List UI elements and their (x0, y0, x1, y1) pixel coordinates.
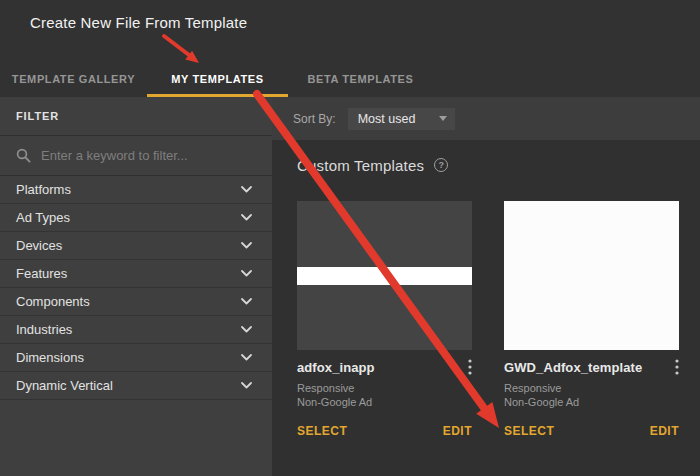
section-header: Custom Templates ? (297, 153, 700, 177)
template-type: Responsive (504, 381, 679, 395)
search-icon (16, 148, 31, 163)
sidebar-item-label: Industries (16, 322, 72, 337)
select-button[interactable]: SELECT (297, 422, 347, 440)
sidebar-item-label: Features (16, 266, 67, 281)
chevron-down-icon (241, 354, 252, 361)
sidebar-item-label: Dynamic Vertical (16, 378, 113, 393)
select-button[interactable]: SELECT (504, 422, 554, 440)
sidebar-item-industries[interactable]: Industries (0, 316, 272, 344)
create-file-dialog: Create New File From Template TEMPLATE G… (0, 0, 700, 476)
thumbnail-stripe (297, 267, 472, 285)
filter-label: FILTER (16, 110, 59, 122)
keyword-filter-input[interactable] (41, 148, 272, 163)
card-title-row: GWD_Adfox_template (504, 359, 679, 375)
sidebar-item-label: Devices (16, 238, 62, 253)
chevron-down-icon (241, 382, 252, 389)
template-name: adfox_inapp (297, 360, 375, 375)
template-card-adfox-inapp: adfox_inapp Responsive Non-Google Ad SEL… (297, 201, 472, 440)
filter-search-row (0, 136, 272, 176)
sidebar-item-label: Platforms (16, 182, 71, 197)
section-title: Custom Templates (297, 157, 424, 174)
sidebar-item-components[interactable]: Components (0, 288, 272, 316)
template-card-gwd-adfox-template: GWD_Adfox_template Responsive Non-Google… (504, 201, 679, 440)
edit-button[interactable]: EDIT (650, 422, 679, 440)
filter-sidebar: FILTER Platforms Ad Types Devices Featur… (0, 97, 272, 476)
template-type: Responsive (297, 381, 472, 395)
chevron-down-icon (241, 326, 252, 333)
dialog-title: Create New File From Template (30, 14, 247, 31)
tab-beta-templates[interactable]: BETA TEMPLATES (288, 63, 433, 97)
card-actions: SELECT EDIT (504, 422, 679, 440)
kebab-menu-icon[interactable] (468, 359, 472, 375)
chevron-down-icon (241, 298, 252, 305)
template-card-list: adfox_inapp Responsive Non-Google Ad SEL… (297, 201, 700, 440)
tab-label: MY TEMPLATES (171, 73, 263, 85)
template-thumbnail[interactable] (297, 201, 472, 350)
chevron-down-icon (241, 186, 252, 193)
sort-by-label: Sort By: (293, 112, 336, 126)
template-meta: Responsive Non-Google Ad (297, 381, 472, 409)
sidebar-item-platforms[interactable]: Platforms (0, 176, 272, 204)
card-actions: SELECT EDIT (297, 422, 472, 440)
help-icon[interactable]: ? (434, 158, 448, 172)
sidebar-item-label: Dimensions (16, 350, 84, 365)
filter-header: FILTER (0, 97, 272, 136)
sidebar-item-label: Components (16, 294, 90, 309)
templates-content: Custom Templates ? adfox_inapp (272, 140, 700, 440)
card-title-row: adfox_inapp (297, 359, 472, 375)
chevron-down-icon (241, 242, 252, 249)
sidebar-item-ad-types[interactable]: Ad Types (0, 204, 272, 232)
template-name: GWD_Adfox_template (504, 360, 642, 375)
template-thumbnail[interactable] (504, 201, 679, 350)
dialog-header: Create New File From Template TEMPLATE G… (0, 0, 700, 97)
sidebar-item-label: Ad Types (16, 210, 70, 225)
tab-label: BETA TEMPLATES (308, 73, 414, 85)
chevron-down-icon (241, 214, 252, 221)
sidebar-item-features[interactable]: Features (0, 260, 272, 288)
sidebar-item-dynamic-vertical[interactable]: Dynamic Vertical (0, 372, 272, 400)
templates-panel: Sort By: Most used Custom Templates ? ad… (272, 97, 700, 476)
chevron-down-icon (241, 270, 252, 277)
tab-template-gallery[interactable]: TEMPLATE GALLERY (0, 63, 147, 97)
sort-by-value: Most used (358, 112, 416, 126)
edit-button[interactable]: EDIT (443, 422, 472, 440)
sidebar-item-dimensions[interactable]: Dimensions (0, 344, 272, 372)
kebab-menu-icon[interactable] (675, 359, 679, 375)
template-tabs: TEMPLATE GALLERY MY TEMPLATES BETA TEMPL… (0, 63, 433, 97)
tab-my-templates[interactable]: MY TEMPLATES (147, 63, 288, 97)
template-ad-kind: Non-Google Ad (297, 395, 472, 409)
tab-label: TEMPLATE GALLERY (12, 73, 135, 85)
template-ad-kind: Non-Google Ad (504, 395, 679, 409)
dropdown-caret-icon (439, 116, 447, 121)
sidebar-item-devices[interactable]: Devices (0, 232, 272, 260)
sort-bar: Sort By: Most used (272, 97, 700, 140)
template-meta: Responsive Non-Google Ad (504, 381, 679, 409)
sort-by-dropdown[interactable]: Most used (348, 108, 455, 130)
